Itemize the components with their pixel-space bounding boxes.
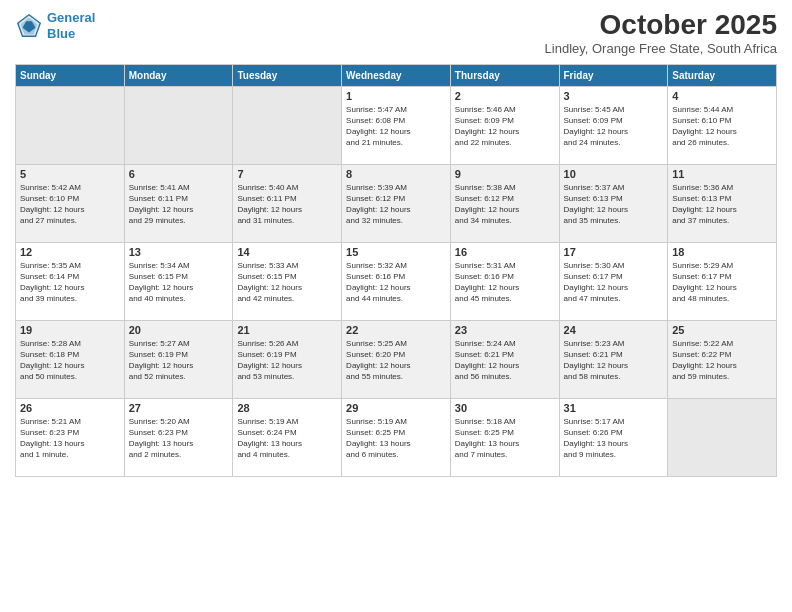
day-number: 10: [564, 168, 664, 180]
day-number: 7: [237, 168, 337, 180]
day-info: Sunrise: 5:17 AM Sunset: 6:26 PM Dayligh…: [564, 416, 664, 461]
day-number: 23: [455, 324, 555, 336]
day-info: Sunrise: 5:38 AM Sunset: 6:12 PM Dayligh…: [455, 182, 555, 227]
logo-line2: Blue: [47, 26, 75, 41]
day-cell: 28Sunrise: 5:19 AM Sunset: 6:24 PM Dayli…: [233, 398, 342, 476]
day-info: Sunrise: 5:22 AM Sunset: 6:22 PM Dayligh…: [672, 338, 772, 383]
day-cell: 11Sunrise: 5:36 AM Sunset: 6:13 PM Dayli…: [668, 164, 777, 242]
day-number: 29: [346, 402, 446, 414]
calendar-table: Sunday Monday Tuesday Wednesday Thursday…: [15, 64, 777, 477]
day-number: 15: [346, 246, 446, 258]
day-cell: 15Sunrise: 5:32 AM Sunset: 6:16 PM Dayli…: [342, 242, 451, 320]
day-number: 14: [237, 246, 337, 258]
day-info: Sunrise: 5:19 AM Sunset: 6:24 PM Dayligh…: [237, 416, 337, 461]
week-row-5: 26Sunrise: 5:21 AM Sunset: 6:23 PM Dayli…: [16, 398, 777, 476]
day-info: Sunrise: 5:20 AM Sunset: 6:23 PM Dayligh…: [129, 416, 229, 461]
day-number: 31: [564, 402, 664, 414]
day-info: Sunrise: 5:46 AM Sunset: 6:09 PM Dayligh…: [455, 104, 555, 149]
logo-line1: General: [47, 10, 95, 25]
day-info: Sunrise: 5:39 AM Sunset: 6:12 PM Dayligh…: [346, 182, 446, 227]
day-cell: 22Sunrise: 5:25 AM Sunset: 6:20 PM Dayli…: [342, 320, 451, 398]
day-number: 6: [129, 168, 229, 180]
day-number: 11: [672, 168, 772, 180]
day-cell: 13Sunrise: 5:34 AM Sunset: 6:15 PM Dayli…: [124, 242, 233, 320]
day-cell: 30Sunrise: 5:18 AM Sunset: 6:25 PM Dayli…: [450, 398, 559, 476]
day-info: Sunrise: 5:21 AM Sunset: 6:23 PM Dayligh…: [20, 416, 120, 461]
logo: General Blue: [15, 10, 95, 41]
day-info: Sunrise: 5:24 AM Sunset: 6:21 PM Dayligh…: [455, 338, 555, 383]
day-number: 12: [20, 246, 120, 258]
day-info: Sunrise: 5:27 AM Sunset: 6:19 PM Dayligh…: [129, 338, 229, 383]
day-cell: 1Sunrise: 5:47 AM Sunset: 6:08 PM Daylig…: [342, 86, 451, 164]
day-info: Sunrise: 5:23 AM Sunset: 6:21 PM Dayligh…: [564, 338, 664, 383]
day-info: Sunrise: 5:47 AM Sunset: 6:08 PM Dayligh…: [346, 104, 446, 149]
day-number: 5: [20, 168, 120, 180]
day-info: Sunrise: 5:31 AM Sunset: 6:16 PM Dayligh…: [455, 260, 555, 305]
day-number: 19: [20, 324, 120, 336]
day-info: Sunrise: 5:36 AM Sunset: 6:13 PM Dayligh…: [672, 182, 772, 227]
header-row: Sunday Monday Tuesday Wednesday Thursday…: [16, 64, 777, 86]
col-thursday: Thursday: [450, 64, 559, 86]
day-cell: 25Sunrise: 5:22 AM Sunset: 6:22 PM Dayli…: [668, 320, 777, 398]
title-area: October 2025 Lindley, Orange Free State,…: [545, 10, 777, 56]
col-sunday: Sunday: [16, 64, 125, 86]
col-saturday: Saturday: [668, 64, 777, 86]
day-number: 1: [346, 90, 446, 102]
day-cell: 27Sunrise: 5:20 AM Sunset: 6:23 PM Dayli…: [124, 398, 233, 476]
location-subtitle: Lindley, Orange Free State, South Africa: [545, 41, 777, 56]
day-info: Sunrise: 5:44 AM Sunset: 6:10 PM Dayligh…: [672, 104, 772, 149]
day-cell: 4Sunrise: 5:44 AM Sunset: 6:10 PM Daylig…: [668, 86, 777, 164]
day-cell: 8Sunrise: 5:39 AM Sunset: 6:12 PM Daylig…: [342, 164, 451, 242]
day-cell: 3Sunrise: 5:45 AM Sunset: 6:09 PM Daylig…: [559, 86, 668, 164]
day-info: Sunrise: 5:29 AM Sunset: 6:17 PM Dayligh…: [672, 260, 772, 305]
day-cell: 10Sunrise: 5:37 AM Sunset: 6:13 PM Dayli…: [559, 164, 668, 242]
day-cell: 2Sunrise: 5:46 AM Sunset: 6:09 PM Daylig…: [450, 86, 559, 164]
day-cell: 19Sunrise: 5:28 AM Sunset: 6:18 PM Dayli…: [16, 320, 125, 398]
day-cell: 31Sunrise: 5:17 AM Sunset: 6:26 PM Dayli…: [559, 398, 668, 476]
day-cell: 12Sunrise: 5:35 AM Sunset: 6:14 PM Dayli…: [16, 242, 125, 320]
day-number: 17: [564, 246, 664, 258]
page: General Blue October 2025 Lindley, Orang…: [0, 0, 792, 612]
day-number: 28: [237, 402, 337, 414]
day-cell: 20Sunrise: 5:27 AM Sunset: 6:19 PM Dayli…: [124, 320, 233, 398]
day-info: Sunrise: 5:32 AM Sunset: 6:16 PM Dayligh…: [346, 260, 446, 305]
col-friday: Friday: [559, 64, 668, 86]
day-info: Sunrise: 5:26 AM Sunset: 6:19 PM Dayligh…: [237, 338, 337, 383]
day-number: 18: [672, 246, 772, 258]
day-cell: 17Sunrise: 5:30 AM Sunset: 6:17 PM Dayli…: [559, 242, 668, 320]
day-info: Sunrise: 5:40 AM Sunset: 6:11 PM Dayligh…: [237, 182, 337, 227]
header: General Blue October 2025 Lindley, Orang…: [15, 10, 777, 56]
day-number: 25: [672, 324, 772, 336]
week-row-4: 19Sunrise: 5:28 AM Sunset: 6:18 PM Dayli…: [16, 320, 777, 398]
day-number: 4: [672, 90, 772, 102]
day-info: Sunrise: 5:28 AM Sunset: 6:18 PM Dayligh…: [20, 338, 120, 383]
week-row-2: 5Sunrise: 5:42 AM Sunset: 6:10 PM Daylig…: [16, 164, 777, 242]
day-number: 13: [129, 246, 229, 258]
day-info: Sunrise: 5:33 AM Sunset: 6:15 PM Dayligh…: [237, 260, 337, 305]
day-number: 16: [455, 246, 555, 258]
day-number: 22: [346, 324, 446, 336]
day-cell: 16Sunrise: 5:31 AM Sunset: 6:16 PM Dayli…: [450, 242, 559, 320]
day-number: 26: [20, 402, 120, 414]
day-number: 2: [455, 90, 555, 102]
day-cell: [124, 86, 233, 164]
day-cell: 7Sunrise: 5:40 AM Sunset: 6:11 PM Daylig…: [233, 164, 342, 242]
day-number: 9: [455, 168, 555, 180]
day-cell: 21Sunrise: 5:26 AM Sunset: 6:19 PM Dayli…: [233, 320, 342, 398]
day-cell: [668, 398, 777, 476]
day-info: Sunrise: 5:41 AM Sunset: 6:11 PM Dayligh…: [129, 182, 229, 227]
day-info: Sunrise: 5:37 AM Sunset: 6:13 PM Dayligh…: [564, 182, 664, 227]
month-title: October 2025: [545, 10, 777, 41]
day-number: 8: [346, 168, 446, 180]
day-cell: 29Sunrise: 5:19 AM Sunset: 6:25 PM Dayli…: [342, 398, 451, 476]
day-cell: [233, 86, 342, 164]
day-number: 30: [455, 402, 555, 414]
week-row-1: 1Sunrise: 5:47 AM Sunset: 6:08 PM Daylig…: [16, 86, 777, 164]
day-number: 27: [129, 402, 229, 414]
week-row-3: 12Sunrise: 5:35 AM Sunset: 6:14 PM Dayli…: [16, 242, 777, 320]
day-number: 24: [564, 324, 664, 336]
day-cell: 6Sunrise: 5:41 AM Sunset: 6:11 PM Daylig…: [124, 164, 233, 242]
col-tuesday: Tuesday: [233, 64, 342, 86]
day-number: 3: [564, 90, 664, 102]
day-cell: 26Sunrise: 5:21 AM Sunset: 6:23 PM Dayli…: [16, 398, 125, 476]
